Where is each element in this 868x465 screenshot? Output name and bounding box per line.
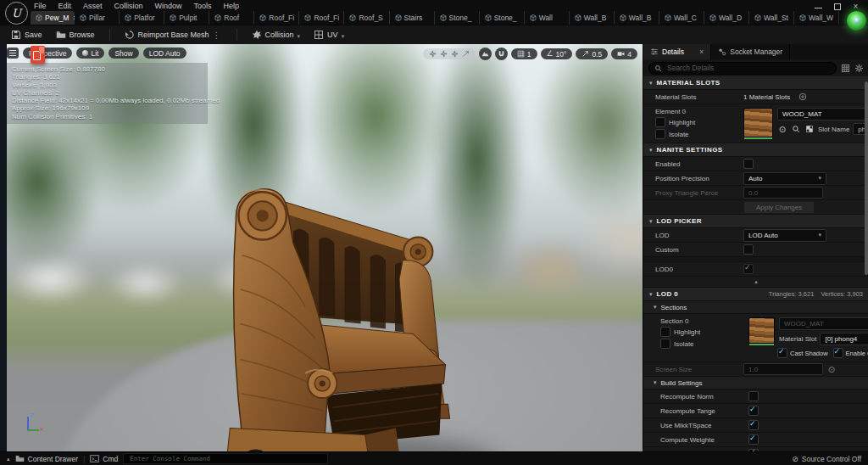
tab-wall-w[interactable]: Wall_W (794, 11, 839, 25)
lod-auto-button[interactable]: LOD Auto (143, 48, 186, 59)
lit-mode-button[interactable]: Lit (76, 48, 104, 59)
tab-platform[interactable]: Platfor (120, 11, 164, 25)
reimport-base-mesh-button[interactable]: Reimport Base Mesh⋮ (120, 28, 226, 42)
scale-snap-button[interactable]: 0.5 (576, 48, 608, 59)
tab-wall-b1[interactable]: Wall_B (570, 11, 615, 25)
section-lod-picker[interactable]: ▾ LOD PICKER (643, 215, 868, 228)
tab-wall[interactable]: Wall (525, 11, 570, 25)
tab-wall-st[interactable]: Wall_St (749, 11, 794, 25)
browse-button[interactable]: Browse (52, 28, 99, 42)
screen-size-reset-icon[interactable]: ⊙ (826, 364, 837, 374)
minimize-button[interactable] (815, 3, 822, 10)
section-material-slots[interactable]: ▾ MATERIAL SLOTS (643, 76, 868, 90)
screen-size-input[interactable]: 1.0 (743, 363, 823, 375)
highlight-checkbox[interactable] (655, 117, 665, 127)
custom-checkbox[interactable] (743, 244, 754, 255)
recompute-normals-checkbox[interactable] (748, 391, 759, 401)
subsection-build-settings[interactable]: ▾ Build Settings (643, 377, 868, 389)
rotate-icon[interactable] (451, 50, 459, 58)
section-isolate-checkbox[interactable] (660, 339, 670, 349)
console-field[interactable] (123, 453, 328, 464)
search-box[interactable] (648, 62, 837, 75)
uv-menu-button[interactable]: UV▾ (309, 28, 348, 42)
save-button[interactable]: Save (7, 28, 47, 42)
browse-asset-button[interactable] (791, 124, 801, 134)
add-material-slot-icon[interactable] (798, 92, 807, 101)
reimport-options-icon[interactable]: ⋮ (213, 31, 222, 40)
console-input[interactable] (128, 454, 323, 463)
tab-wall-d[interactable]: Wall_D (704, 11, 749, 25)
tab-stone-2[interactable]: Stone_ (480, 11, 525, 25)
tab-stone-1[interactable]: Stone_ (435, 11, 480, 25)
material-slot-dropdown[interactable]: [0] phong4▾ (820, 333, 868, 345)
display-options-icon[interactable] (841, 64, 850, 73)
menu-edit[interactable]: Edit (58, 2, 72, 10)
details-scrollbar[interactable] (865, 81, 868, 275)
source-control-status[interactable]: ⊘ Source Control Off (792, 455, 861, 463)
tab-wall-b2[interactable]: Wall_B (615, 11, 659, 25)
grid-snap-button[interactable]: 1 (511, 48, 537, 59)
3d-viewport[interactable]: Perspective Lit Show LOD Auto Current Sc… (0, 44, 643, 452)
snap-toggle-button[interactable] (495, 48, 508, 60)
proxy-triangle-input[interactable]: 0.0 (743, 187, 823, 199)
maximize-button[interactable] (833, 3, 841, 10)
rotation-snap-button[interactable]: ∠10° (541, 48, 573, 59)
uv-icon (314, 30, 324, 40)
cmd-button[interactable]: Cmd (90, 454, 118, 463)
subsection-sections[interactable]: ▾ Sections (643, 301, 868, 314)
position-precision-dropdown[interactable]: Auto▾ (743, 172, 826, 185)
recompute-tangents-checkbox[interactable] (748, 406, 759, 416)
nanite-enabled-checkbox[interactable] (743, 159, 754, 169)
surface-snap-button[interactable] (479, 48, 492, 60)
collision-menu-button[interactable]: Collision▾ (248, 28, 305, 42)
viewport-options-button[interactable] (7, 48, 19, 59)
search-input[interactable] (665, 63, 831, 73)
apply-changes-button[interactable]: Apply Changes (743, 201, 815, 214)
menu-file[interactable]: File (34, 2, 47, 10)
tab-pillar[interactable]: Pillar (75, 11, 120, 25)
section-lod0[interactable]: ▾ LOD 0 Triangles: 3,621 Vertices: 3,903 (643, 288, 868, 301)
collapse-handle[interactable]: ▴ (643, 277, 868, 288)
compute-weighted-normals-checkbox[interactable] (748, 434, 759, 445)
pew-static-mesh[interactable] (198, 178, 492, 452)
section-material-thumbnail[interactable] (748, 317, 775, 344)
close-icon[interactable]: × (699, 48, 704, 56)
cast-shadow-checkbox[interactable] (777, 348, 787, 358)
tab-roof-fi-2[interactable]: Roof_Fi (299, 11, 344, 25)
tab-wall-c[interactable]: Wall_C (659, 11, 704, 25)
pick-asset-button[interactable] (804, 124, 815, 134)
tab-pew-m[interactable]: Pew_M× (31, 11, 75, 25)
move-icon[interactable] (440, 50, 448, 58)
menu-collision[interactable]: Collision (114, 2, 143, 10)
tab-roof-fi-1[interactable]: Roof_Fi (254, 11, 299, 25)
expand-drawer-icon[interactable]: ▴ (7, 456, 10, 462)
scale-icon[interactable] (462, 50, 470, 58)
tab-socket-manager[interactable]: Socket Manager (711, 44, 790, 59)
use-selected-asset-button[interactable]: ⊙ (777, 124, 787, 134)
close-button[interactable]: × (852, 3, 860, 10)
lod-dropdown[interactable]: LOD Auto▾ (743, 229, 826, 242)
enable-collision-checkbox[interactable] (833, 348, 843, 358)
tab-roof-s[interactable]: Roof_S (344, 11, 389, 25)
gear-icon[interactable] (854, 64, 864, 73)
use-mikktspace-checkbox[interactable] (748, 420, 759, 430)
tab-details[interactable]: Details × (643, 44, 711, 59)
tab-roof[interactable]: Roof (209, 11, 254, 25)
details-search-row (643, 59, 868, 76)
material-dropdown[interactable]: WOOD_MAT▾ (777, 108, 868, 120)
menu-asset[interactable]: Asset (83, 2, 103, 10)
camera-speed-button[interactable]: 4 (611, 48, 637, 59)
menu-tools[interactable]: Tools (194, 2, 212, 10)
menu-window[interactable]: Window (155, 2, 182, 10)
section-nanite-settings[interactable]: ▾ NANITE SETTINGS (643, 143, 868, 157)
isolate-checkbox[interactable] (655, 129, 665, 139)
menu-help[interactable]: Help (224, 2, 240, 10)
tab-stairs[interactable]: Stairs (390, 11, 435, 25)
show-menu-button[interactable]: Show (108, 48, 138, 59)
content-drawer-button[interactable]: Content Drawer (15, 454, 79, 463)
terminal-icon (90, 454, 99, 463)
material-thumbnail[interactable] (743, 108, 773, 137)
section-highlight-checkbox[interactable] (660, 327, 670, 337)
tab-pulpit[interactable]: Pulpit (164, 11, 209, 25)
select-icon[interactable] (429, 50, 437, 58)
